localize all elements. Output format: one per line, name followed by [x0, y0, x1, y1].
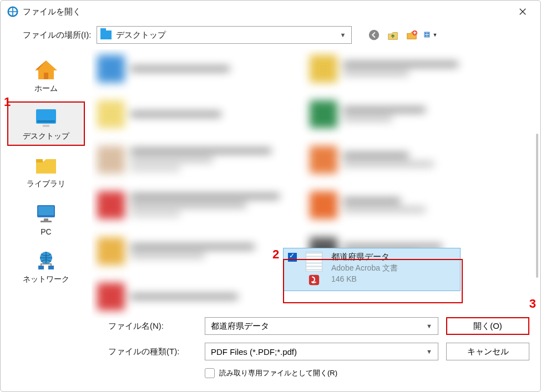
readonly-checkbox[interactable]: [205, 368, 215, 378]
open-button[interactable]: 開く(O): [446, 317, 529, 335]
svg-rect-8: [44, 73, 48, 79]
pc-icon: [33, 202, 59, 225]
svg-rect-12: [36, 159, 43, 162]
view-menu-icon[interactable]: ▼: [424, 28, 437, 42]
desktop-icon: [33, 106, 59, 129]
svg-rect-10: [37, 120, 55, 123]
chevron-down-icon: ▼: [426, 323, 432, 329]
svg-rect-7: [427, 35, 429, 37]
annotation-1: 1: [4, 95, 11, 109]
location-value: デスクトップ: [116, 30, 337, 40]
home-icon: [33, 58, 59, 82]
sidebar-item-label: ライブラリ: [27, 179, 65, 189]
new-folder-icon[interactable]: [405, 28, 418, 42]
sidebar-item-home[interactable]: ホーム: [7, 54, 85, 98]
sidebar-item-label: ホーム: [34, 84, 58, 94]
file-name-input[interactable]: 都道府県データ ▼: [205, 317, 438, 335]
sidebar-item-network[interactable]: ネットワーク: [7, 245, 85, 289]
readonly-label: 読み取り専用ファイルとして開く(R): [219, 368, 337, 378]
svg-rect-16: [41, 221, 52, 222]
sidebar-item-desktop[interactable]: デスクトップ: [7, 101, 85, 146]
back-icon[interactable]: [367, 28, 381, 42]
file-type-label: ファイルの種類(T):: [108, 347, 197, 357]
sidebar-item-label: デスクトップ: [23, 131, 69, 141]
svg-rect-15: [44, 218, 48, 221]
chevron-down-icon: ▼: [337, 32, 348, 38]
close-button[interactable]: [512, 1, 534, 23]
location-dropdown[interactable]: デスクトップ ▼: [97, 26, 352, 44]
svg-rect-19: [48, 266, 54, 269]
svg-rect-6: [426, 35, 427, 37]
location-row: ファイルの場所(I): デスクトップ ▼ ▼: [1, 23, 540, 49]
svg-rect-18: [38, 266, 44, 269]
open-file-dialog: ファイルを開く ファイルの場所(I): デスクトップ ▼ ▼: [0, 0, 541, 392]
annotation-3: 3: [529, 297, 536, 311]
app-icon: [7, 6, 18, 17]
sidebar-item-pc[interactable]: PC: [7, 197, 85, 241]
svg-point-1: [369, 30, 379, 40]
sidebar-item-label: ネットワーク: [23, 274, 69, 284]
annotation-2: 2: [272, 247, 279, 262]
titlebar: ファイルを開く: [1, 1, 540, 23]
places-sidebar: ホーム デスクトップ ライブラリ PC: [1, 49, 92, 318]
libraries-icon: [33, 154, 59, 177]
window-title: ファイルを開く: [23, 7, 81, 17]
sidebar-item-label: PC: [41, 227, 51, 236]
file-type-dropdown[interactable]: PDF Files (*.PDF;*.pdf) ▼: [205, 343, 438, 360]
chevron-down-icon: ▼: [426, 348, 432, 355]
scrollbar-thumb[interactable]: [536, 134, 538, 278]
file-name-label: ファイル名(N):: [108, 321, 197, 332]
svg-rect-4: [426, 33, 427, 34]
svg-rect-14: [38, 206, 54, 215]
svg-rect-5: [427, 33, 429, 34]
cancel-button[interactable]: キャンセル: [446, 343, 529, 360]
sidebar-item-libraries[interactable]: ライブラリ: [7, 149, 85, 194]
folder-icon: [100, 30, 112, 39]
bottom-form: ファイル名(N): 都道府県データ ▼ 開く(O) ファイルの種類(T): PD…: [1, 313, 540, 391]
up-icon[interactable]: [386, 28, 400, 42]
svg-rect-11: [43, 125, 49, 127]
annotation-box-2: [283, 259, 463, 303]
network-icon: [33, 249, 59, 272]
location-label: ファイルの場所(I):: [23, 30, 91, 40]
